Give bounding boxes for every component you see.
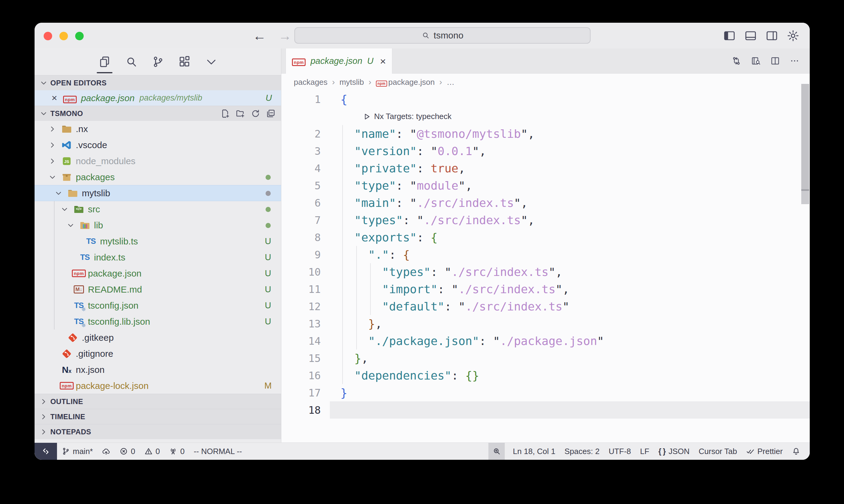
titlebar: ← → tsmono (35, 23, 810, 49)
tree-item-tsconfig-lib-json[interactable]: TS tsconfig.lib.json U (35, 313, 281, 329)
tree-item-README-md[interactable]: M↓ README.md U (35, 282, 281, 298)
command-center-search[interactable]: tsmono (294, 27, 590, 43)
breadcrumb-item[interactable]: … (447, 77, 454, 87)
code-line-16[interactable]: 16 "dependencies": {} (281, 367, 810, 384)
formatter[interactable]: Prettier (742, 443, 787, 460)
ports[interactable]: 0 (164, 443, 189, 460)
activity-source-control[interactable] (152, 49, 164, 75)
code-area[interactable]: 1 {Nx Targets: typecheck 2 "name": "@tsm… (281, 91, 810, 443)
screencast-zoom[interactable] (488, 443, 505, 460)
refresh-explorer-button[interactable] (251, 109, 260, 119)
toggle-primary-sidebar-button[interactable] (723, 30, 736, 42)
codelens[interactable]: Nx Targets: typecheck (281, 108, 810, 125)
cursor-tab[interactable]: Cursor Tab (694, 443, 742, 460)
errors[interactable]: 0 (115, 443, 139, 460)
chevron-right-icon (48, 141, 57, 149)
tree-item-index-ts[interactable]: TS index.ts U (35, 249, 281, 265)
open-editor-item[interactable]: × npm package.json packages/mytslib U (35, 90, 281, 106)
activity-search[interactable] (125, 49, 138, 75)
tree-item-node-modules[interactable]: JS node_modules (35, 153, 281, 169)
open-editors-header[interactable]: OPEN EDITORS (35, 75, 281, 90)
minimize-window-button[interactable] (59, 32, 68, 40)
workspace-header[interactable]: TSMONO (35, 106, 281, 121)
code-line-18[interactable]: 18 (281, 401, 810, 419)
tree-item-package-json[interactable]: npm package.json U (35, 265, 281, 282)
tree-item--gitkeep[interactable]: .gitkeep (35, 329, 281, 346)
code-line-10[interactable]: 10 "types": "./src/index.ts", (281, 263, 810, 281)
new-folder-button[interactable] (236, 109, 245, 119)
more-actions-button[interactable] (790, 56, 799, 66)
split-editor-button[interactable] (770, 56, 780, 66)
code-line-8[interactable]: 8 "exports": { (281, 229, 810, 246)
panel-header-notepads[interactable]: NOTEPADS (35, 424, 281, 439)
activity-more-views[interactable] (205, 49, 218, 75)
panel-header-timeline[interactable]: TIMELINE (35, 409, 281, 424)
remote-indicator[interactable] (35, 443, 57, 460)
tree-item--nx[interactable]: .nx (35, 121, 281, 137)
navigate-back-button[interactable]: ← (253, 28, 266, 43)
language-mode[interactable]: { }JSON (654, 443, 694, 460)
breadcrumb-item[interactable]: packages (294, 77, 327, 87)
activity-extensions[interactable] (178, 49, 191, 75)
close-tab-button[interactable]: × (380, 56, 386, 66)
tree-item-label: packages (76, 172, 115, 182)
open-preview-button[interactable] (751, 56, 761, 66)
tree-item-mytslib[interactable]: mytslib (35, 185, 281, 201)
tree-item-mytslib-ts[interactable]: TS mytslib.ts U (35, 233, 281, 249)
settings-button[interactable] (787, 30, 799, 42)
indentation[interactable]: Spaces: 2 (560, 443, 604, 460)
code-line-11[interactable]: 11 "import": "./src/index.ts", (281, 281, 810, 298)
activity-explorer[interactable] (98, 49, 111, 75)
code-line-1[interactable]: 1 { (281, 91, 810, 108)
vim-mode[interactable]: -- NORMAL -- (189, 443, 246, 460)
code-line-3[interactable]: 3 "version": "0.0.1", (281, 142, 810, 160)
tree-item-nx-json[interactable]: Nx nx.json (35, 362, 281, 378)
eol[interactable]: LF (635, 443, 654, 460)
titlebar-actions (723, 23, 799, 49)
code-line-6[interactable]: 6 "main": "./src/index.ts", (281, 194, 810, 211)
warnings[interactable]: 0 (140, 443, 164, 460)
tab-package-json[interactable]: npm package.json U × (286, 49, 392, 74)
new-file-button[interactable] (220, 109, 230, 119)
tree-item-package-lock-json[interactable]: npm package-lock.json M (35, 378, 281, 394)
code-line-2[interactable]: 2 "name": "@tsmono/mytslib", (281, 125, 810, 142)
breadcrumb-item[interactable]: mytslib (340, 77, 364, 87)
code-line-13[interactable]: 13 }, (281, 315, 810, 332)
code-line-12[interactable]: 12 "default": "./src/index.ts" (281, 298, 810, 315)
code-line-9[interactable]: 9 ".": { (281, 246, 810, 263)
code-line-7[interactable]: 7 "types": "./src/index.ts", (281, 211, 810, 229)
close-window-button[interactable] (44, 32, 52, 40)
tree-item-tsconfig-json[interactable]: TS tsconfig.json U (35, 298, 281, 313)
navigate-forward-button[interactable]: → (278, 28, 292, 43)
panel-header-outline[interactable]: OUTLINE (35, 394, 281, 409)
code-line-5[interactable]: 5 "type": "module", (281, 177, 810, 194)
tree-item-src[interactable]: </> src (35, 201, 281, 217)
code-line-15[interactable]: 15 }, (281, 349, 810, 367)
git-branch-status[interactable]: main* (57, 443, 97, 460)
git-status-badge: U (263, 268, 273, 278)
close-editor-icon[interactable]: × (52, 92, 63, 104)
tree-item--vscode[interactable]: .vscode (35, 137, 281, 153)
compare-changes-button[interactable] (731, 56, 741, 66)
zoom-window-button[interactable] (75, 32, 84, 40)
encoding[interactable]: UTF-8 (604, 443, 636, 460)
toggle-secondary-sidebar-button[interactable] (765, 30, 778, 42)
notifications[interactable] (787, 443, 805, 460)
cursor-position[interactable]: Ln 18, Col 1 (509, 443, 560, 460)
tree-item-lib[interactable]: lib (35, 217, 281, 233)
status-label: Prettier (757, 447, 783, 456)
code-line-14[interactable]: 14 "./package.json": "./package.json" (281, 332, 810, 349)
sync-changes[interactable] (97, 443, 115, 460)
tree-item-packages[interactable]: packages (35, 169, 281, 185)
code-line-17[interactable]: 17 } (281, 384, 810, 401)
chevron-down-icon (60, 205, 69, 214)
ts-gear-icon: TS (73, 316, 84, 327)
editor-scrollbar[interactable] (801, 84, 809, 204)
git-status-dot (263, 188, 273, 198)
collapse-folders-button[interactable] (266, 109, 276, 119)
git-icon (61, 348, 72, 359)
toggle-panel-button[interactable] (744, 30, 757, 42)
code-line-4[interactable]: 4 "private": true, (281, 160, 810, 177)
tree-item--gitignore[interactable]: .gitignore (35, 346, 281, 362)
breadcrumb-item[interactable]: npmpackage.json (376, 77, 435, 87)
